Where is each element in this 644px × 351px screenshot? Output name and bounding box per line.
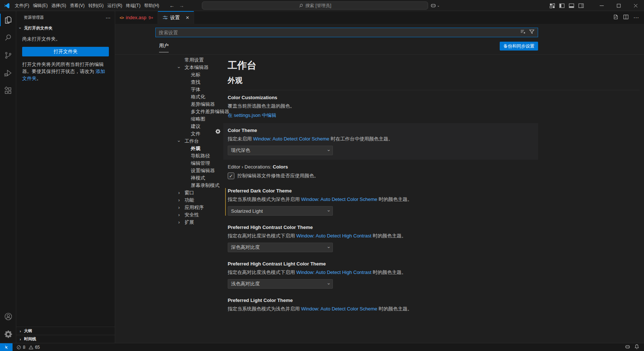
copilot-status-icon[interactable] — [625, 344, 630, 351]
toggle-primary-sidebar-icon[interactable] — [559, 3, 565, 9]
run-debug-icon[interactable] — [0, 64, 16, 82]
open-folder-note: 打开文件夹将关闭所有当前打开的编辑器。要使其保持打开状态，请改为 添加文件夹。 — [22, 61, 109, 82]
nav-forward-icon[interactable]: → — [178, 0, 186, 11]
search-icon[interactable] — [0, 29, 16, 46]
command-center-search[interactable]: 搜索 [管理员] — [202, 1, 428, 10]
manage-gear-icon[interactable] — [0, 325, 16, 343]
chevron-down-icon: › — [326, 247, 331, 248]
toc-item[interactable]: 常用设置 — [155, 56, 223, 64]
setting-link[interactable]: Window: Auto Detect Color Scheme — [253, 136, 330, 142]
toc-item[interactable]: 差异编辑器 — [155, 101, 223, 108]
setting-checkbox[interactable]: ✓ — [228, 173, 234, 179]
toc-label: 应用程序 — [185, 204, 204, 211]
timeline-panel-header[interactable]: › 时间线 — [16, 335, 115, 343]
toc-label: 编辑管理 — [191, 160, 210, 167]
chevron-down-icon: › — [326, 210, 331, 212]
menu-item[interactable]: 运行(R) — [106, 0, 124, 11]
setting-color-customizations: Color Customizations覆盖当前所选颜色主题的颜色。在 sett… — [223, 90, 538, 123]
minimize-button[interactable] — [593, 0, 610, 11]
toc-item[interactable]: 光标 — [155, 71, 223, 79]
menu-item[interactable]: 文件(F) — [13, 0, 31, 11]
clear-filters-icon[interactable] — [520, 29, 526, 36]
toc-item[interactable]: ›文本编辑器 — [155, 64, 223, 71]
source-control-icon[interactable] — [0, 46, 16, 64]
nav-back-icon[interactable]: ← — [168, 0, 176, 11]
toc-item[interactable]: 多文件差异编辑器 — [155, 108, 223, 115]
setting-select[interactable]: 深色高对比度› — [228, 243, 333, 252]
menu-item[interactable]: 转到(G) — [86, 0, 105, 11]
toc-item[interactable]: ›应用程序 — [155, 204, 223, 211]
setting-link[interactable]: Window: Auto Detect Color Scheme — [301, 197, 378, 202]
open-folder-button[interactable]: 打开文件夹 — [22, 47, 109, 56]
toc-item[interactable]: 字体 — [155, 86, 223, 93]
maximize-button[interactable] — [610, 0, 627, 11]
toc-item[interactable]: 查找 — [155, 79, 223, 86]
toc-label: 字体 — [191, 86, 200, 93]
toc-item[interactable]: 导航路径 — [155, 152, 223, 160]
split-editor-icon[interactable] — [623, 14, 629, 21]
setting-select[interactable]: 浅色高对比度› — [228, 279, 333, 289]
settings-section-title: 工作台 — [228, 59, 538, 72]
setting-link[interactable]: Window: Auto Detect High Contrast — [296, 233, 372, 239]
toc-item[interactable]: 屏幕录制模式 — [155, 182, 223, 189]
settings-subsection-title: 外观 — [228, 76, 538, 86]
more-actions-icon[interactable]: ⋯ — [633, 14, 639, 21]
outline-panel-header[interactable]: › 大纲 — [16, 327, 115, 335]
setting-select[interactable]: Solarized Light› — [228, 206, 333, 216]
chevron-down-icon: ⌄ — [437, 4, 440, 7]
toc-item[interactable]: 设置编辑器 — [155, 167, 223, 174]
menu-item[interactable]: 编辑(E) — [31, 0, 49, 11]
menu-item[interactable]: 帮助(H) — [142, 0, 161, 11]
settings-content: 常用设置›文本编辑器光标查找字体格式化差异编辑器多文件差异编辑器缩略图建议文件›… — [115, 55, 644, 343]
toc-item[interactable]: ›安全性 — [155, 211, 223, 219]
menu-item[interactable]: 选择(S) — [49, 0, 68, 11]
tab-user-scope[interactable]: 用户 — [159, 42, 169, 52]
explorer-icon[interactable] — [0, 11, 16, 29]
problems-status[interactable]: 8 65 — [16, 345, 40, 350]
open-settings-json-icon[interactable] — [613, 14, 619, 21]
account-icon[interactable] — [0, 307, 16, 325]
setting-description: 指定当系统颜色模式为深色并启用 Window: Auto Detect Colo… — [228, 196, 534, 203]
copilot-menu-button[interactable]: ⌄ — [430, 0, 440, 11]
menu-item[interactable]: 查看(V) — [68, 0, 86, 11]
filter-icon[interactable] — [529, 29, 535, 36]
toc-item[interactable]: ›功能 — [155, 197, 223, 204]
close-button[interactable] — [627, 0, 644, 11]
empty-folder-text: 尚未打开文件夹。 — [22, 36, 109, 42]
toc-item[interactable]: ›窗口 — [155, 189, 223, 197]
more-actions-icon[interactable]: ⋯ — [106, 15, 111, 21]
menu-item[interactable]: 终端(T) — [124, 0, 142, 11]
panel-label: 大纲 — [24, 328, 32, 334]
notifications-bell-icon[interactable] — [634, 344, 640, 351]
toc-item[interactable]: 建议 — [155, 123, 223, 130]
toc-item[interactable]: 格式化 — [155, 93, 223, 101]
setting-gear-icon[interactable] — [215, 129, 221, 136]
close-icon[interactable]: ✕ — [186, 15, 189, 20]
toc-item[interactable]: 缩略图 — [155, 115, 223, 123]
toc-item[interactable]: 文件 — [155, 130, 223, 138]
setting-link[interactable]: Window: Auto Detect High Contrast — [296, 270, 372, 275]
chevron-right-icon: › — [178, 204, 185, 211]
edit-in-settings-json-link[interactable]: 在 settings.json 中编辑 — [228, 112, 276, 119]
toc-item[interactable]: ›工作台 — [155, 138, 223, 145]
extensions-icon[interactable] — [0, 82, 16, 100]
settings-search-input[interactable] — [156, 30, 520, 35]
customize-layout-icon[interactable] — [549, 3, 555, 9]
toggle-panel-icon[interactable] — [568, 3, 575, 9]
section-no-folder[interactable]: › 无打开的文件夹 — [16, 24, 115, 32]
toc-item[interactable]: 外观 — [155, 145, 223, 152]
tab-settings[interactable]: 设置 ✕ — [158, 11, 194, 24]
toggle-secondary-sidebar-icon[interactable] — [578, 3, 584, 9]
tab-index-asp[interactable]: <> index.asp 9+ — [115, 11, 158, 24]
toc-label: 设置编辑器 — [191, 167, 215, 174]
setting-link[interactable]: Window: Auto Detect Color Scheme — [301, 306, 378, 312]
backup-sync-settings-button[interactable]: 备份和同步设置 — [500, 42, 538, 51]
toc-item[interactable]: 禅模式 — [155, 174, 223, 182]
chevron-right-icon: › — [178, 189, 185, 197]
setting-preferred-dark-color-theme: Preferred Dark Color Theme指定当系统颜色模式为深色并启… — [223, 184, 538, 220]
setting-select[interactable]: 现代深色› — [228, 146, 333, 155]
copilot-icon — [430, 3, 436, 8]
toc-item[interactable]: ›扩展 — [155, 219, 223, 226]
remote-indicator[interactable] — [0, 343, 13, 351]
toc-item[interactable]: 编辑管理 — [155, 160, 223, 167]
